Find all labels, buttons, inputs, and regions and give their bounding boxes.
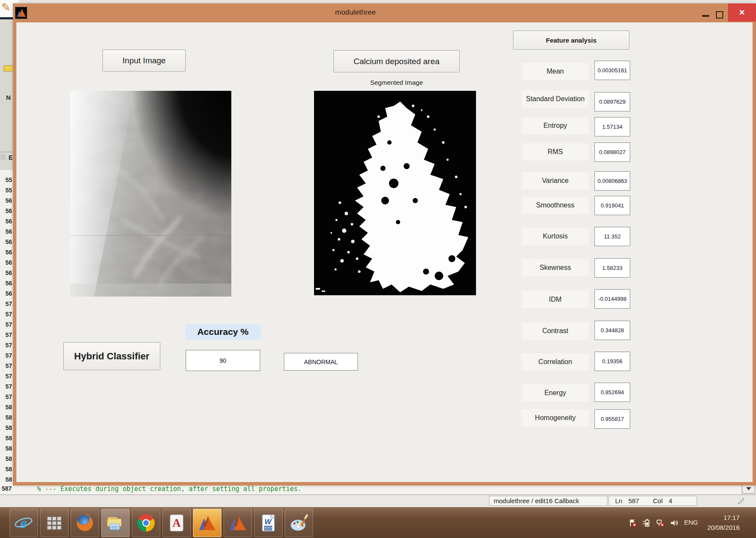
toolbar-yellow-icon[interactable] [3,65,14,71]
feature-label-skewness: Skewness [522,259,589,276]
feature-value-standard-deviation[interactable]: 0.0897629 [594,92,630,111]
taskbar-app-grid-icon[interactable] [40,509,68,537]
svg-text:e: e [20,514,27,532]
feature-value-correlation[interactable]: 0.19356 [594,352,630,371]
line-number: 57 [1,362,12,369]
figure-client-area: Input Image [16,22,753,482]
line-number: 56 [1,280,12,287]
speaker-icon[interactable] [669,518,679,528]
line-number: 56 [1,207,12,214]
taskbar-internet-explorer-icon[interactable]: e [9,509,38,537]
line-number: 58 [1,424,12,431]
line-number: 56 [1,218,12,225]
line-number: 57 [1,300,12,307]
line-number: 56 [1,290,12,297]
editor-status-bar: modulethree / edit16 Callback Ln 587 Col… [0,495,756,507]
taskbar-file-explorer-icon[interactable] [101,509,130,537]
feature-value-homogeneity[interactable]: 0.955817 [594,409,630,429]
line-number: 56 [1,197,12,204]
window-title: modulethree [13,8,698,17]
close-icon[interactable]: × [728,3,756,22]
svg-text:A: A [172,516,181,529]
line-number: 58 [1,414,12,421]
feature-label-contrast: Contrast [522,322,589,340]
breakpoint-grid-icon[interactable] [1,155,6,160]
minimize-icon[interactable] [702,15,709,17]
feature-label-idm: IDM [522,291,589,308]
taskbar-matlab-icon[interactable] [193,509,221,537]
svg-text:W: W [264,518,272,526]
ln-value: 587 [628,497,639,504]
line-number: 58 [1,466,12,473]
line-col-status: Ln 587 Col 4 [609,496,697,506]
taskbar-adobe-reader-icon[interactable]: A [162,509,191,537]
action-center-flag-icon[interactable] [628,518,638,528]
editor-left-letter-n: N [6,94,11,101]
feature-value-idm[interactable]: -0.0144998 [594,289,630,309]
system-tray: ENG 17:17 20/08/2016 [620,507,756,538]
resize-grip[interactable] [737,498,744,504]
line-number: 57 [1,383,12,390]
line-number-gutter: 5555565656565656565656565757575757575757… [0,170,13,485]
code-comment-line[interactable]: % --- Executes during object creation, a… [37,485,302,493]
modulethree-window: modulethree × Input Image [13,3,756,485]
line-number: 57 [1,331,12,338]
taskbar-matlab-icon[interactable] [224,509,252,537]
feature-value-mean[interactable]: 0.00305161 [594,61,630,80]
language-indicator[interactable]: ENG [684,519,698,526]
feature-value-smoothness[interactable]: 0.919041 [594,196,630,215]
network-icon[interactable] [656,518,665,528]
feature-label-variance: Variance [522,172,589,189]
clock[interactable]: 17:17 20/08/2016 [707,513,740,533]
line-number: 57 [1,352,12,359]
ln-label: Ln [615,497,622,504]
line-number: 56 [1,238,12,245]
feature-label-kurtosis: Kurtosis [522,228,589,245]
taskbar-paint-icon[interactable] [285,509,313,537]
taskbar-firefox-icon[interactable] [71,509,99,537]
feature-value-variance[interactable]: 0.00806863 [594,171,630,191]
maximize-icon[interactable] [716,11,723,19]
titlebar[interactable]: modulethree × [13,3,756,22]
line-number: 57 [1,321,12,328]
line-number: 57 [1,342,12,349]
feature-value-skewness[interactable]: 1.58233 [594,258,630,278]
edit-pencil-icon[interactable]: ✎ [1,1,11,14]
feature-label-homogeneity: Homogeneity [522,409,589,427]
feature-value-energy[interactable]: 0.852694 [594,383,630,402]
clock-date: 20/08/2016 [707,523,740,532]
line-number: 56 [1,228,12,235]
taskbar-chrome-icon[interactable] [132,509,160,537]
line-number: 58 [1,404,12,411]
line-number: 55 [1,187,12,194]
line-number: 57 [1,393,12,400]
line-number: 57 [1,373,12,380]
editor-left-letter-e: E [9,154,12,161]
feature-label-energy: Energy [522,384,589,402]
feature-label-correlation: Correlation [522,353,589,371]
current-line-number: 587 [2,485,12,492]
feature-value-kurtosis[interactable]: 11.352 [594,227,630,246]
feature-value-rms[interactable]: 0.0898027 [594,142,630,162]
taskbar: eAW ENG [0,507,756,538]
power-icon[interactable] [642,518,651,528]
feature-label-mean: Mean [522,63,589,80]
clock-time: 17:17 [707,513,740,523]
feature-label-smoothness: Smoothness [522,197,589,214]
feature-list: Mean0.00305161Standard Deviation0.089762… [16,22,753,482]
line-number: 58 [1,455,12,462]
line-number: 56 [1,249,12,256]
feature-label-rms: RMS [522,143,589,161]
line-number: 55 [1,176,12,183]
line-number: 58 [1,445,12,452]
taskbar-word-icon[interactable]: W [254,509,283,537]
screen: ✎ N E 5555565656565656565656565757575757… [0,0,756,538]
line-number: 58 [1,476,12,483]
feature-value-contrast[interactable]: 0.344828 [594,321,630,340]
col-label: Col [653,497,663,504]
line-number: 56 [1,269,12,276]
feature-value-entropy[interactable]: 1.57134 [594,117,630,136]
col-value: 4 [669,497,672,504]
line-number: 58 [1,435,12,442]
callback-status: modulethree / edit16 Callback [489,496,607,506]
